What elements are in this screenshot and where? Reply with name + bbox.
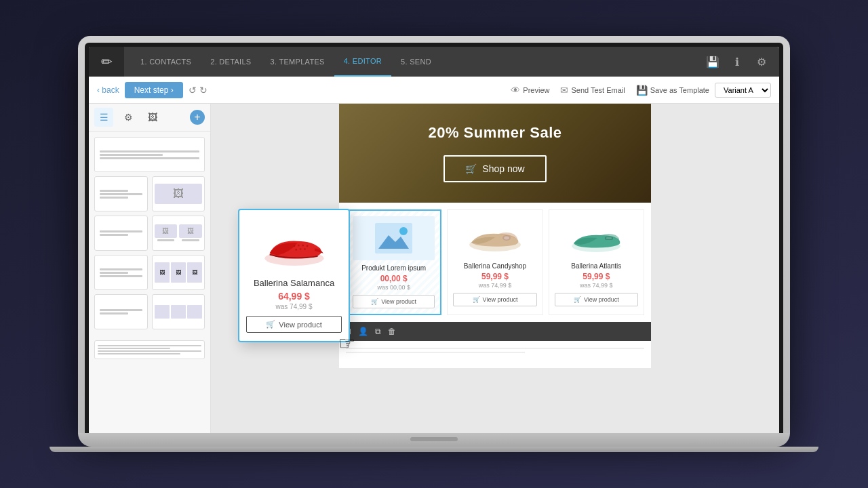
nav-actions-right: 💾 ℹ ⚙	[702, 51, 779, 73]
send-test-button[interactable]: ✉ Send Test Email	[560, 85, 625, 96]
bottom-tb-icon-person[interactable]: 👤	[358, 327, 368, 336]
back-button[interactable]: ‹ back	[97, 85, 119, 95]
product-image-candyshop	[453, 216, 536, 260]
preview-button[interactable]: 👁 Preview	[511, 85, 549, 96]
cart-icon: 🛒	[465, 163, 477, 174]
svg-point-12	[302, 244, 304, 246]
shop-now-button[interactable]: 🛒 Shop now	[443, 155, 546, 182]
floating-product-card[interactable]: Ballerina Salamanca 64,99 $ was 74,99 $ …	[238, 209, 350, 342]
sidebar-text-block	[94, 340, 205, 359]
floating-cart-icon: 🛒	[266, 320, 275, 329]
floating-product-image	[260, 218, 328, 272]
save-template-button[interactable]: 💾 Save as Template	[636, 85, 709, 96]
laptop-feet	[50, 447, 818, 452]
editor-bottom-toolbar: ⊞ 👤 ⧉ 🗑	[339, 322, 651, 341]
shoe-atlantis-svg	[566, 219, 627, 256]
product-price-candyshop: 59,99 $	[453, 272, 536, 281]
product-card-placeholder[interactable]: Produkt Lorem ipsum 00,00 $ was 00,00 $ …	[346, 209, 441, 315]
nav-step-contacts[interactable]: 1. CONTACTS	[131, 47, 201, 77]
product-was-candyshop: was 74,99 $	[453, 282, 536, 289]
info-nav-button[interactable]: ℹ	[726, 51, 748, 73]
template-thumb-6[interactable]	[94, 255, 148, 290]
product-name-atlantis: Ballerina Atlantis	[555, 262, 638, 270]
svg-point-16	[304, 248, 306, 250]
product-image-placeholder	[353, 216, 435, 260]
cart-icon-small-3: 🛒	[574, 296, 581, 303]
save-icon: 💾	[636, 85, 648, 96]
template-thumb-5[interactable]: 🖼 🖼	[152, 216, 205, 251]
top-nav: ✏ 1. CONTACTS 2. DETAILS 3. TEMPLATES 4.…	[89, 47, 779, 77]
sidebar-tab-layout[interactable]: ☰	[94, 108, 113, 127]
nav-step-send[interactable]: 5. SEND	[391, 47, 441, 77]
product-name-placeholder: Produkt Lorem ipsum	[353, 264, 435, 272]
nav-step-editor[interactable]: 4. EDITOR	[334, 47, 391, 77]
app-container: ✏ 1. CONTACTS 2. DETAILS 3. TEMPLATES 4.…	[89, 47, 779, 433]
cart-icon-small-2: 🛒	[473, 296, 480, 303]
template-grid: 🖼	[89, 131, 210, 335]
product-was-placeholder: was 00,00 $	[353, 284, 435, 291]
nav-step-templates[interactable]: 3. TEMPLATES	[260, 47, 334, 77]
variant-selector[interactable]: Variant A	[715, 83, 771, 98]
editor-canvas[interactable]: 20% Summer Sale 🛒 Shop now	[211, 104, 779, 433]
template-thumb-9[interactable]	[152, 294, 205, 329]
svg-point-13	[306, 245, 308, 247]
email-template: 20% Summer Sale 🛒 Shop now	[339, 104, 651, 368]
nav-steps: 1. CONTACTS 2. DETAILS 3. TEMPLATES 4. E…	[124, 47, 702, 77]
svg-point-10	[293, 245, 295, 247]
product-card-candyshop[interactable]: Ballerina Candyshop 59,99 $ was 74,99 $ …	[447, 209, 542, 315]
template-thumb-7[interactable]: 🖼 🖼 🖼	[152, 255, 205, 290]
template-thumb-4[interactable]	[94, 216, 148, 251]
bottom-tb-icon-delete[interactable]: 🗑	[388, 327, 396, 336]
floating-view-product-button[interactable]: 🛒 View product	[246, 316, 342, 333]
template-thumb-3[interactable]: 🖼	[152, 176, 205, 211]
undo-button[interactable]: ↺	[189, 85, 197, 96]
placeholder-image-icon	[375, 223, 412, 253]
email-icon: ✉	[560, 85, 568, 96]
cart-icon-small: 🛒	[371, 298, 378, 305]
sidebar-tab-settings[interactable]: ⚙	[119, 108, 138, 127]
settings-nav-button[interactable]: ⚙	[751, 51, 772, 73]
view-product-button-placeholder[interactable]: 🛒 View product	[353, 295, 435, 308]
sidebar-extra	[89, 335, 210, 369]
shoe-candyshop-svg	[465, 219, 526, 256]
template-thumb-2[interactable]	[94, 176, 148, 211]
shoe-salamanca-svg	[260, 220, 328, 271]
toolbar: ‹ back Next step › ↺ ↻ 👁 Preview	[89, 77, 779, 104]
svg-point-15	[299, 248, 301, 250]
nav-step-details[interactable]: 2. DETAILS	[201, 47, 260, 77]
sidebar-add-button[interactable]: +	[190, 110, 205, 125]
toolbar-center: 👁 Preview ✉ Send Test Email 💾 Save as Te	[511, 85, 709, 96]
bottom-tb-icon-copy[interactable]: ⧉	[375, 327, 381, 336]
svg-rect-0	[375, 223, 412, 253]
hero-title: 20% Summer Sale	[366, 124, 624, 142]
products-section: Produkt Lorem ipsum 00,00 $ was 00,00 $ …	[339, 203, 651, 322]
next-step-button[interactable]: Next step ›	[125, 82, 183, 98]
logo-area: ✏	[89, 47, 124, 77]
email-footer	[339, 341, 651, 368]
product-image-atlantis	[555, 216, 638, 260]
svg-point-2	[399, 227, 408, 235]
view-product-button-candyshop[interactable]: 🛒 View product	[453, 293, 536, 306]
product-price-atlantis: 59,99 $	[555, 272, 638, 281]
product-price-placeholder: 00,00 $	[353, 274, 435, 283]
floating-product-name: Ballerina Salamanca	[246, 278, 342, 288]
screen-bezel: ✏ 1. CONTACTS 2. DETAILS 3. TEMPLATES 4.…	[85, 43, 783, 433]
svg-point-5	[504, 237, 509, 240]
main-content: ☰ ⚙ 🖼 +	[89, 104, 779, 433]
sidebar-tab-images[interactable]: 🖼	[143, 108, 162, 127]
template-thumb-8[interactable]	[94, 294, 148, 329]
redo-button[interactable]: ↻	[199, 85, 208, 96]
preview-icon: 👁	[511, 85, 520, 96]
cursor-hand-icon: ☞	[338, 332, 355, 354]
laptop-base	[78, 433, 790, 447]
laptop-screen: ✏ 1. CONTACTS 2. DETAILS 3. TEMPLATES 4.…	[89, 47, 779, 433]
template-thumb-1[interactable]	[94, 137, 205, 172]
left-sidebar: ☰ ⚙ 🖼 +	[89, 104, 211, 433]
undo-redo-group: ↺ ↻	[189, 85, 208, 96]
view-product-button-atlantis[interactable]: 🛒 View product	[555, 293, 638, 306]
products-grid: Produkt Lorem ipsum 00,00 $ was 00,00 $ …	[346, 209, 644, 315]
floating-product-price: 64,99 $	[246, 291, 342, 302]
product-card-atlantis[interactable]: Ballerina Atlantis 59,99 $ was 74,99 $ 🛒…	[549, 209, 644, 315]
product-name-candyshop: Ballerina Candyshop	[453, 262, 536, 270]
save-nav-button[interactable]: 💾	[702, 51, 724, 73]
